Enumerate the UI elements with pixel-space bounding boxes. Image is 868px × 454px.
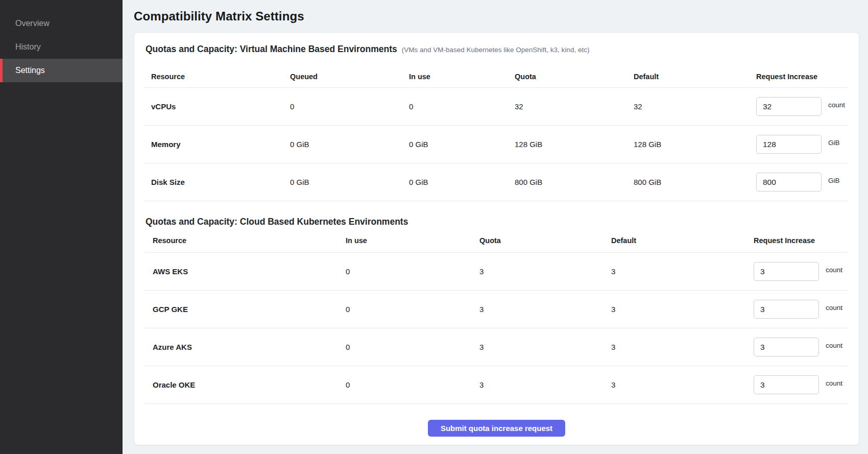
column-header-default: Default xyxy=(611,236,754,245)
disk-size-request-input[interactable] xyxy=(756,173,822,192)
default-value: 32 xyxy=(634,102,756,111)
unit-label: GiB xyxy=(828,139,840,147)
in-use-value: 0 xyxy=(346,305,479,314)
table-row-vcpus: vCPUs 0 0 32 32 count xyxy=(144,88,849,126)
default-value: 3 xyxy=(611,343,754,351)
table-row-gcp-gke: GCP GKE 0 3 3 count xyxy=(144,291,849,328)
resource-name: vCPUs xyxy=(144,102,290,111)
card-footer: Submit quota increase request xyxy=(144,420,849,437)
sidebar: Overview History Settings xyxy=(0,0,123,454)
default-value: 128 GiB xyxy=(634,140,756,149)
default-value: 800 GiB xyxy=(634,178,756,186)
resource-name: GCP GKE xyxy=(144,305,346,314)
table-row-aws-eks: AWS EKS 0 3 3 count xyxy=(144,253,849,291)
k8s-section-title: Quotas and Capacity: Cloud Based Kuberne… xyxy=(146,217,408,227)
unit-label: count xyxy=(826,342,842,349)
submit-quota-increase-button[interactable]: Submit quota increase request xyxy=(428,420,565,437)
vm-section-heading: Quotas and Capacity: Virtual Machine Bas… xyxy=(144,44,849,55)
vm-section-subtitle: (VMs and VM-based Kubernetes like OpenSh… xyxy=(402,46,590,54)
quota-value: 3 xyxy=(479,380,611,389)
gcp-gke-request-input[interactable] xyxy=(754,300,819,319)
in-use-value: 0 GiB xyxy=(409,178,515,186)
queued-value: 0 xyxy=(290,102,409,111)
unit-label: count xyxy=(828,101,845,109)
in-use-value: 0 xyxy=(409,102,515,111)
request-increase-cell: count xyxy=(756,97,849,116)
quota-value: 3 xyxy=(479,305,611,314)
column-header-request-increase: Request Increase xyxy=(756,73,849,81)
table-row-oracle-oke: Oracle OKE 0 3 3 count xyxy=(144,366,849,404)
default-value: 3 xyxy=(611,267,754,276)
k8s-section-heading: Quotas and Capacity: Cloud Based Kuberne… xyxy=(144,217,849,227)
quota-value: 32 xyxy=(515,102,634,111)
request-increase-cell: count xyxy=(754,375,849,394)
in-use-value: 0 xyxy=(346,380,479,389)
request-increase-cell: count xyxy=(754,338,849,356)
azure-aks-request-input[interactable] xyxy=(754,338,819,356)
request-increase-cell: count xyxy=(754,300,849,319)
settings-card: Quotas and Capacity: Virtual Machine Bas… xyxy=(134,32,859,445)
sidebar-nav: Overview History Settings xyxy=(0,12,123,82)
default-value: 3 xyxy=(611,305,754,314)
sidebar-item-history[interactable]: History xyxy=(0,35,123,59)
oracle-oke-request-input[interactable] xyxy=(754,375,819,394)
default-value: 3 xyxy=(611,380,754,389)
resource-name: AWS EKS xyxy=(144,267,346,276)
quota-value: 3 xyxy=(479,343,611,351)
k8s-table-header-row: Resource In use Quota Default Request In… xyxy=(144,229,849,253)
resource-name: Memory xyxy=(144,140,290,149)
quota-value: 3 xyxy=(479,267,611,276)
quota-value: 800 GiB xyxy=(515,178,634,186)
main-content: Compatibility Matrix Settings Quotas and… xyxy=(123,0,868,454)
sidebar-item-label: History xyxy=(15,42,41,52)
request-increase-cell: count xyxy=(754,262,849,281)
request-increase-cell: GiB xyxy=(756,173,849,192)
page-title: Compatibility Matrix Settings xyxy=(134,9,859,23)
column-header-default: Default xyxy=(634,73,756,81)
column-header-request-increase: Request Increase xyxy=(754,236,849,245)
resource-name: Oracle OKE xyxy=(144,380,346,389)
column-header-in-use: In use xyxy=(346,236,479,245)
unit-label: count xyxy=(826,266,842,274)
aws-eks-request-input[interactable] xyxy=(754,262,819,281)
memory-request-input[interactable] xyxy=(756,135,822,154)
unit-label: count xyxy=(826,304,842,312)
vm-table-header-row: Resource Queued In use Quota Default Req… xyxy=(144,65,849,88)
quota-value: 128 GiB xyxy=(515,140,634,149)
unit-label: count xyxy=(826,379,842,387)
in-use-value: 0 xyxy=(346,267,479,276)
vm-quota-table: Resource Queued In use Quota Default Req… xyxy=(144,65,849,201)
vcpus-request-input[interactable] xyxy=(756,97,822,116)
queued-value: 0 GiB xyxy=(290,178,409,186)
table-row-azure-aks: Azure AKS 0 3 3 count xyxy=(144,328,849,366)
table-row-memory: Memory 0 GiB 0 GiB 128 GiB 128 GiB GiB xyxy=(144,126,849,163)
column-header-resource: Resource xyxy=(144,236,346,245)
unit-label: GiB xyxy=(828,177,840,184)
column-header-resource: Resource xyxy=(144,73,290,81)
column-header-quota: Quota xyxy=(479,236,611,245)
resource-name: Azure AKS xyxy=(144,343,346,351)
request-increase-cell: GiB xyxy=(756,135,849,154)
column-header-queued: Queued xyxy=(290,73,409,81)
k8s-quota-table: Resource In use Quota Default Request In… xyxy=(144,229,849,404)
column-header-quota: Quota xyxy=(515,73,634,81)
sidebar-item-settings[interactable]: Settings xyxy=(0,59,123,82)
sidebar-item-overview[interactable]: Overview xyxy=(0,12,123,35)
in-use-value: 0 GiB xyxy=(409,140,515,149)
vm-section-title: Quotas and Capacity: Virtual Machine Bas… xyxy=(146,44,397,55)
resource-name: Disk Size xyxy=(144,178,290,186)
in-use-value: 0 xyxy=(346,343,479,351)
column-header-in-use: In use xyxy=(409,73,515,81)
queued-value: 0 GiB xyxy=(290,140,409,149)
sidebar-item-label: Settings xyxy=(15,66,45,75)
sidebar-item-label: Overview xyxy=(15,19,50,28)
table-row-disk-size: Disk Size 0 GiB 0 GiB 800 GiB 800 GiB Gi… xyxy=(144,163,849,201)
